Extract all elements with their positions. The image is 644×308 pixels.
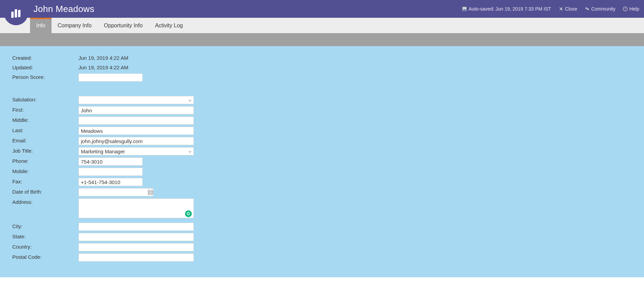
row-fax: Fax: <box>12 178 632 186</box>
svg-point-8 <box>587 9 589 10</box>
country-input[interactable] <box>78 243 194 251</box>
header-bar: John Meadows Auto-saved: Jun 19, 2019 7:… <box>0 0 644 18</box>
row-first: First: <box>12 106 632 114</box>
page-title: John Meadows <box>33 4 94 14</box>
row-created: Created: Jun 19, 2019 4:22 AM <box>12 54 632 62</box>
dob-label: Date of Birth: <box>12 188 78 195</box>
job-title-label: Job Title: <box>12 147 78 154</box>
community-link[interactable]: Community <box>585 6 615 12</box>
row-job-title: Job Title: Marketing Manager <box>12 147 632 155</box>
row-email: Email: <box>12 137 632 145</box>
svg-rect-2 <box>18 10 20 17</box>
email-label: Email: <box>12 137 78 143</box>
city-label: City: <box>12 223 78 229</box>
row-last: Last: <box>12 127 632 135</box>
svg-point-7 <box>586 8 587 9</box>
email-input[interactable] <box>78 137 194 145</box>
tab-opportunity-info[interactable]: Opportunity Info <box>98 18 149 33</box>
row-state: State: <box>12 233 632 241</box>
row-person-score: Person Score: <box>12 73 632 82</box>
dob-field <box>78 188 143 196</box>
content-area: Created: Jun 19, 2019 4:22 AM Updated: J… <box>0 46 644 277</box>
row-city: City: <box>12 223 632 231</box>
logo-wrap <box>0 0 30 18</box>
svg-text:?: ? <box>625 7 626 11</box>
created-value: Jun 19, 2019 4:22 AM <box>78 54 128 61</box>
grammarly-icon[interactable]: G <box>185 210 192 217</box>
row-salutation: Salutation: <box>12 96 632 104</box>
state-input[interactable] <box>78 233 194 241</box>
state-label: State: <box>12 233 78 239</box>
tab-info[interactable]: Info <box>30 18 52 33</box>
fax-input[interactable] <box>78 178 143 186</box>
first-label: First: <box>12 106 78 113</box>
mobile-label: Mobile: <box>12 168 78 174</box>
middle-label: Middle: <box>12 116 78 123</box>
close-label: Close <box>565 6 577 12</box>
updated-label: Updated: <box>12 64 78 70</box>
row-updated: Updated: Jun 19, 2019 4:22 AM <box>12 64 632 71</box>
person-score-input[interactable] <box>78 73 143 82</box>
last-label: Last: <box>12 127 78 133</box>
salutation-select[interactable] <box>78 96 194 104</box>
created-label: Created: <box>12 54 78 61</box>
postal-input[interactable] <box>78 253 194 262</box>
calendar-button[interactable] <box>148 188 153 196</box>
middle-input[interactable] <box>78 116 194 125</box>
save-icon <box>462 6 467 11</box>
postal-label: Postal Code: <box>12 253 78 260</box>
close-button[interactable]: Close <box>559 6 577 12</box>
help-label: Help <box>629 6 639 12</box>
close-icon <box>559 6 563 11</box>
autosaved-text: Auto-saved: Jun 19, 2019 7:33 PM IST <box>469 6 551 12</box>
phone-label: Phone: <box>12 157 78 164</box>
phone-input[interactable] <box>78 157 143 166</box>
svg-rect-0 <box>11 12 14 18</box>
address-input[interactable] <box>78 198 194 218</box>
row-mobile: Mobile: <box>12 168 632 176</box>
salutation-label: Salutation: <box>12 96 78 102</box>
first-input[interactable] <box>78 106 194 114</box>
row-address: Address: G <box>12 198 632 219</box>
job-title-select[interactable]: Marketing Manager <box>78 147 194 155</box>
bars-icon <box>10 7 22 19</box>
header-right: Auto-saved: Jun 19, 2019 7:33 PM IST Clo… <box>462 6 644 12</box>
app-logo[interactable] <box>4 1 28 25</box>
person-score-label: Person Score: <box>12 73 78 80</box>
row-middle: Middle: <box>12 116 632 125</box>
fax-label: Fax: <box>12 178 78 184</box>
tab-company-info[interactable]: Company Info <box>52 18 98 33</box>
community-icon <box>585 6 589 11</box>
dob-input[interactable] <box>78 188 148 196</box>
row-dob: Date of Birth: <box>12 188 632 196</box>
tab-strip: Info Company Info Opportunity Info Activ… <box>0 18 644 33</box>
community-label: Community <box>591 6 615 12</box>
job-title-value: Marketing Manager <box>81 149 125 154</box>
svg-rect-1 <box>15 9 17 18</box>
tab-activity-log[interactable]: Activity Log <box>149 18 189 33</box>
address-label: Address: <box>12 198 78 205</box>
updated-value: Jun 19, 2019 4:22 AM <box>78 64 128 70</box>
mobile-input[interactable] <box>78 168 143 176</box>
autosaved-status: Auto-saved: Jun 19, 2019 7:33 PM IST <box>462 6 551 12</box>
toolbar-band <box>0 33 644 46</box>
help-icon: ? <box>623 6 628 11</box>
chevron-down-icon <box>188 149 191 154</box>
row-country: Country: <box>12 243 632 251</box>
help-link[interactable]: ? Help <box>623 6 639 12</box>
calendar-icon <box>148 190 153 195</box>
last-input[interactable] <box>78 127 194 135</box>
row-phone: Phone: <box>12 157 632 166</box>
svg-rect-4 <box>463 9 466 11</box>
chevron-down-icon <box>188 97 191 103</box>
row-postal: Postal Code: <box>12 253 632 262</box>
city-input[interactable] <box>78 223 194 231</box>
country-label: Country: <box>12 243 78 250</box>
